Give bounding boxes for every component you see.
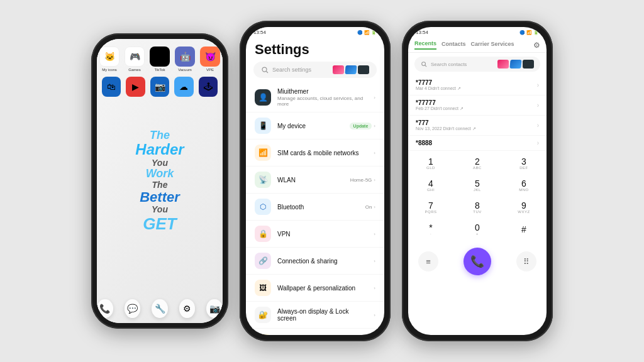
key-6[interactable]: 6MNO (508, 175, 540, 195)
dock-messages[interactable]: 💬 (125, 299, 141, 318)
tab-carrier[interactable]: Carrier Services (471, 41, 514, 49)
key-8[interactable]: 8TUV (461, 197, 494, 217)
app-youtube[interactable]: ▶ (126, 77, 145, 97)
app-bag[interactable]: 🛍 (102, 77, 121, 97)
settings-item-wlan[interactable]: 📡 WLAN Home-5G › (246, 167, 384, 194)
dialer-search-icon (421, 61, 427, 67)
dock-settings[interactable]: ⚙ (179, 299, 196, 318)
dock-tools[interactable]: 🔧 (152, 299, 168, 318)
settings-item-vpn[interactable]: 🔒 VPN › (246, 221, 384, 248)
wallpaper-line8: GET (135, 215, 184, 233)
call-button[interactable]: 📞 (464, 248, 491, 275)
settings-screen: 13:54 🔵 📶 🔋 Settings Search settings (246, 27, 384, 335)
mydevice-icon: 📱 (255, 118, 271, 134)
app-row-1: 🐱 My icons 🎮 Games ♪ TikTok 🤖 Vacuum 😈 (97, 39, 223, 74)
wlan-icon: 📡 (255, 172, 271, 188)
dialer-time: 13:54 (416, 30, 428, 35)
vpn-label: VPN (277, 231, 367, 238)
settings-item-wallpaper[interactable]: 🖼 Wallpaper & personalization › (246, 275, 384, 302)
settings-item-display[interactable]: ☀ Display › (246, 329, 384, 335)
tab-contacts[interactable]: Contacts (441, 41, 466, 49)
wlan-value: Home-5G (350, 177, 372, 183)
dock-camera[interactable]: 📷 (206, 299, 223, 318)
app-camera[interactable]: 📷 (150, 77, 169, 97)
recent-item-777[interactable]: *777 Nov 13, 2022 Didn't connect ↗ › (408, 116, 547, 136)
bluetooth-label: Bluetooth (277, 204, 359, 211)
miuithemer-sub: Manage accounts, cloud services, and mor… (277, 96, 367, 107)
sim-label: SIM cards & mobile networks (277, 150, 367, 156)
app-tiktok[interactable]: ♪ TikTok (150, 47, 170, 72)
recent-item-7777[interactable]: *7777 Mar 4 Didn't connect ↗ › (408, 75, 547, 96)
chevron-icon: › (374, 258, 375, 264)
keypad: 1GLD 2ABC 3DEF 4GHI 5JKL 6MNO 7PQRS 8TUV… (408, 151, 547, 244)
miuithemer-label: Miuithemer (277, 88, 367, 95)
phone-dialer: 13:54 🔵 📶 🔋 Recents Contacts Carrier Ser… (402, 21, 553, 341)
recent-arrow: › (537, 122, 539, 129)
dialer-bottom-bar: ≡ 📞 ⠿ (408, 244, 547, 280)
svg-line-3 (425, 65, 426, 67)
dialer-tabs: Recents Contacts Carrier Services ⚙ (408, 38, 547, 53)
miuithemer-icon: 👤 (255, 89, 271, 106)
key-3[interactable]: 3DEF (508, 153, 540, 173)
chevron-icon: › (374, 177, 375, 183)
chevron-icon: › (374, 312, 375, 318)
settings-item-aod[interactable]: 🔐 Always-on display & Lock screen › (246, 302, 384, 329)
key-5[interactable]: 5JKL (461, 175, 494, 195)
settings-item-connection[interactable]: 🔗 Connection & sharing › (246, 248, 384, 275)
app-my-icons[interactable]: 🐱 My icons (99, 47, 119, 72)
app-vacuum[interactable]: 🤖 Vacuum (175, 47, 195, 72)
recent-arrow: › (537, 140, 539, 146)
tab-recents[interactable]: Recents (414, 40, 436, 50)
recent-arrow: › (537, 82, 539, 89)
wallpaper-line5: The (135, 180, 184, 190)
recent-arrow: › (537, 102, 539, 109)
aod-label: Always-on display & Lock screen (277, 308, 367, 322)
key-7[interactable]: 7PQRS (414, 197, 447, 217)
chevron-icon: › (374, 204, 375, 210)
wallpaper-line2: Harder (135, 141, 184, 158)
settings-item-sim[interactable]: 📶 SIM cards & mobile networks › (246, 140, 384, 167)
dialer-status-icons: 🔵 📶 🔋 (519, 30, 539, 35)
display-icon: ☀ (255, 334, 271, 335)
chevron-icon: › (374, 123, 375, 129)
keypad-row-4: *· 0+ # (414, 219, 540, 239)
app-controller[interactable]: 🕹 (199, 77, 218, 97)
app-vpe[interactable]: 😈 VPE (200, 47, 220, 72)
settings-list: 👤 Miuithemer Manage accounts, cloud serv… (246, 83, 384, 335)
key-9[interactable]: 9WXYZ (508, 197, 540, 217)
key-0[interactable]: 0+ (461, 219, 494, 239)
dialer-settings-icon[interactable]: ⚙ (533, 41, 540, 50)
recent-item-8888[interactable]: *8888 › (408, 136, 547, 151)
chevron-icon: › (374, 150, 375, 156)
settings-item-bluetooth[interactable]: ⬡ Bluetooth On › (246, 194, 384, 221)
dialpad-icon[interactable]: ⠿ (516, 251, 536, 272)
wallpaper-line4: Work (135, 168, 184, 180)
key-1[interactable]: 1GLD (414, 153, 447, 173)
app-row-2: 🛍 ▶ 📷 ☁ 🕹 (97, 74, 223, 99)
dock: 📞 💬 🔧 ⚙ 📷 (97, 299, 223, 318)
settings-item-mydevice[interactable]: 📱 My device Update › (246, 112, 384, 140)
bluetooth-value: On (365, 204, 372, 210)
search-decoration (333, 65, 369, 74)
connection-label: Connection & sharing (277, 258, 367, 265)
dialer-search-bar[interactable]: Search contacts (414, 57, 540, 72)
recent-item-77777[interactable]: *77777 Feb 27 Didn't connect ↗ › (408, 96, 547, 116)
app-cloud[interactable]: ☁ (174, 77, 193, 97)
dock-phone[interactable]: 📞 (97, 299, 113, 318)
key-4[interactable]: 4GHI (414, 175, 447, 195)
wallpaper-line3: You (135, 158, 184, 168)
key-hash[interactable]: # (508, 219, 540, 239)
update-badge: Update (350, 123, 372, 129)
status-icons: 🔵 📶 🔋 (357, 30, 377, 35)
key-2[interactable]: 2ABC (461, 153, 494, 173)
wallpaper-line7: You (135, 205, 184, 214)
vpn-icon: 🔒 (255, 226, 271, 242)
app-games[interactable]: 🎮 Games (125, 47, 145, 72)
settings-item-miuithemer[interactable]: 👤 Miuithemer Manage accounts, cloud serv… (246, 83, 384, 112)
recents-list: *7777 Mar 4 Didn't connect ↗ › *77777 Fe… (408, 75, 547, 151)
menu-icon[interactable]: ≡ (418, 251, 438, 272)
chevron-icon: › (374, 231, 375, 237)
settings-search-bar[interactable]: Search settings (253, 62, 377, 78)
key-star[interactable]: *· (414, 219, 447, 239)
phone-home: The Harder You Work The Better You GET 🐱… (91, 33, 228, 329)
